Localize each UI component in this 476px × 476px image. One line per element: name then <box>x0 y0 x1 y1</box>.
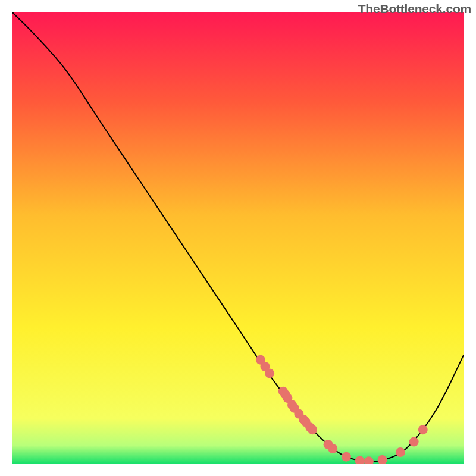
plot-area <box>12 12 464 464</box>
scatter-point <box>396 447 405 457</box>
chart-container: TheBottleneck.com <box>0 0 476 476</box>
scatter-point <box>418 425 428 434</box>
scatter-point <box>265 368 274 378</box>
watermark-text: TheBottleneck.com <box>358 2 471 16</box>
scatter-point <box>342 452 351 462</box>
scatter-point <box>328 444 337 453</box>
scatter-point <box>308 425 317 434</box>
scatter-point <box>409 437 419 447</box>
chart-background <box>12 12 464 464</box>
chart-svg <box>12 12 464 464</box>
